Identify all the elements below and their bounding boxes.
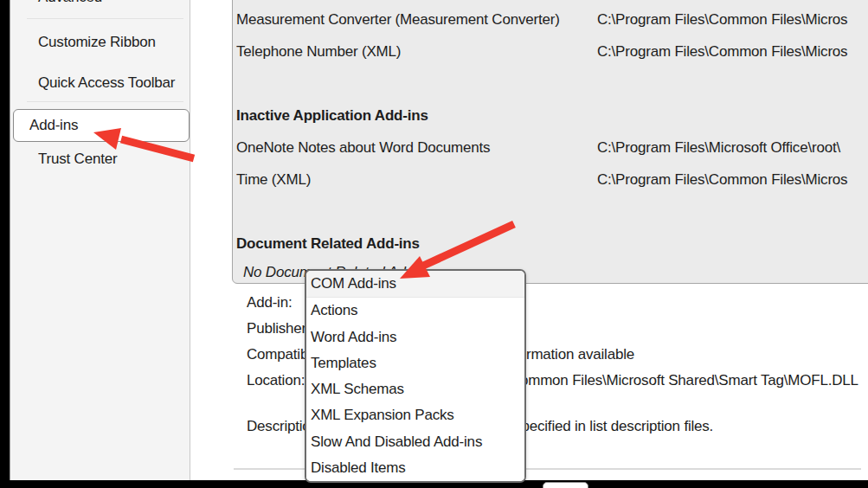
- sidebar-item-customize-ribbon[interactable]: Customize Ribbon: [38, 34, 156, 51]
- screenshot-edge: [0, 0, 10, 488]
- detail-publisher-label: Publisher:: [247, 320, 311, 337]
- sidebar-divider: [27, 101, 183, 102]
- menu-item-disabled-items[interactable]: Disabled Items: [306, 455, 524, 481]
- addin-path: C:\Program Files\Common Files\Micros: [597, 171, 847, 189]
- addin-name: OneNote Notes about Word Documents: [236, 139, 490, 156]
- options-sidebar: Advanced Customize Ribbon Quick Access T…: [10, 0, 190, 480]
- addin-row[interactable]: Measurement Converter (Measurement Conve…: [236, 11, 560, 29]
- menu-item-word-addins[interactable]: Word Add-ins: [306, 324, 524, 350]
- addin-row[interactable]: Telephone Number (XML) C:\Program Files\…: [236, 43, 401, 61]
- addin-path: C:\Program Files\Microsoft Office\root\: [597, 139, 840, 157]
- menu-item-xml-schemas[interactable]: XML Schemas: [306, 376, 524, 402]
- addin-name: Telephone Number (XML): [236, 43, 401, 60]
- sidebar-item-addins[interactable]: Add-ins: [13, 109, 190, 142]
- detail-location-label: Location:: [247, 372, 305, 389]
- manage-dropdown-menu: COM Add-ins Actions Word Add-ins Templat…: [305, 269, 526, 483]
- sidebar-item-addins-label: Add-ins: [29, 117, 78, 134]
- sidebar-item-trust-center[interactable]: Trust Center: [38, 151, 117, 168]
- addin-row[interactable]: OneNote Notes about Word Documents C:\Pr…: [236, 139, 490, 157]
- menu-item-xml-expansion-packs[interactable]: XML Expansion Packs: [306, 402, 524, 428]
- addin-name: Measurement Converter (Measurement Conve…: [236, 11, 560, 28]
- addin-path: C:\Program Files\Common Files\Micros: [597, 43, 847, 61]
- document-related-addins-header: Document Related Add-ins: [236, 235, 420, 253]
- addin-path: C:\Program Files\Common Files\Micros: [597, 11, 847, 29]
- sidebar-item-quick-access-toolbar[interactable]: Quick Access Toolbar: [38, 74, 175, 92]
- addin-row[interactable]: Time (XML) C:\Program Files\Common Files…: [236, 171, 311, 189]
- menu-item-actions[interactable]: Actions: [306, 298, 524, 324]
- detail-addin-label: Add-in:: [247, 294, 292, 311]
- go-button-partial[interactable]: [543, 482, 588, 488]
- menu-item-com-addins[interactable]: COM Add-ins: [306, 271, 524, 298]
- menu-item-slow-disabled-addins[interactable]: Slow And Disabled Add-ins: [306, 429, 524, 455]
- sidebar-divider: [27, 18, 183, 19]
- addin-name: Time (XML): [236, 171, 311, 188]
- word-options-addins-screen: Advanced Customize Ribbon Quick Access T…: [0, 0, 868, 488]
- menu-item-templates[interactable]: Templates: [306, 350, 524, 376]
- inactive-addins-header: Inactive Application Add-ins: [236, 107, 428, 125]
- sidebar-item-advanced[interactable]: Advanced: [38, 0, 102, 6]
